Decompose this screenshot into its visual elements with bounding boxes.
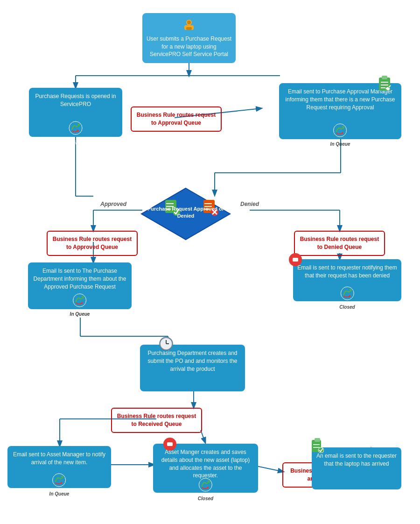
start-box: User submits a Purchase Request for a ne… <box>142 13 236 63</box>
svg-point-56 <box>341 287 354 300</box>
purchasing-dept-box: Purchasing Department creates and submit… <box>140 345 245 391</box>
closed-badge-2: Closed <box>198 496 213 502</box>
dispatch-badge: In Dispatch <box>63 139 88 145</box>
svg-point-61 <box>53 474 66 487</box>
rule-received-queue-text: Business Rule routes request to Received… <box>117 413 196 427</box>
svg-rect-66 <box>315 438 320 442</box>
svg-line-23 <box>201 430 205 443</box>
svg-rect-55 <box>293 258 298 262</box>
rule-received-queue-box: Business Rule routes request to Received… <box>111 408 202 433</box>
email-requester-arrived-box: An email is sent to the requester that t… <box>312 447 401 489</box>
email-purchase-dept-text: Email Is sent to The Purchase Department… <box>34 268 126 290</box>
rule-denied-queue-box: Business Rule routes request to Denied Q… <box>294 231 385 256</box>
denied-stop-icon <box>288 252 303 269</box>
purchase-open-text: Purchase Requests is opened in ServicePR… <box>35 93 116 107</box>
clock-icon <box>159 336 174 353</box>
rule-approved-queue-text: Business Rule routes request to Approved… <box>53 236 132 250</box>
email-denied-box: Email is sent to requester notifying the… <box>293 259 401 301</box>
svg-line-24 <box>257 466 283 472</box>
email-denied-text: Email is sent to requester notifying the… <box>297 264 397 279</box>
decision-diamond: Purchase Request Approved or Denied <box>139 186 232 242</box>
workflow-diagram: User submits a Purchase Request for a ne… <box>0 0 420 524</box>
asset-stop-icon <box>162 437 177 453</box>
svg-rect-63 <box>167 442 173 446</box>
svg-rect-31 <box>186 27 192 30</box>
svg-point-39 <box>334 124 347 137</box>
email-approval-box: Email sent to Purchase Approval Manager … <box>279 83 401 139</box>
svg-point-32 <box>69 121 82 135</box>
approved-label: Approved <box>100 201 126 207</box>
purchase-open-box: Purchase Requests is opened in ServicePR… <box>29 88 122 137</box>
svg-point-53 <box>73 294 86 307</box>
email-asset-mgr-box: Email sent to Asset Manager to notify ar… <box>7 446 111 488</box>
email-requester-arrived-text: An email is sent to the requester that t… <box>316 453 397 467</box>
in-queue-badge-2: In Queue <box>70 311 90 318</box>
email-asset-mgr-text: Email sent to Asset Manager to notify ar… <box>13 451 105 466</box>
start-box-text: User submits a Purchase Request for a ne… <box>147 35 231 58</box>
in-queue-badge-1: In Queue <box>330 141 350 148</box>
clipboard-icon-2 <box>311 438 324 455</box>
denied-label: Denied <box>240 201 259 207</box>
rule-approved-queue-box: Business Rule routes request to Approved… <box>47 231 138 256</box>
rule-denied-queue-text: Business Rule routes request to Denied Q… <box>300 236 379 250</box>
closed-badge-1: Closed <box>339 304 355 311</box>
rule-approval-queue-text: Business Rule routes request to Approval… <box>137 112 216 126</box>
rule-approval-queue-box: Business Rule routes request to Approval… <box>131 106 222 132</box>
svg-point-64 <box>199 478 212 491</box>
purchasing-dept-text: Purchasing Department creates and submit… <box>147 350 237 372</box>
email-purchase-dept-box: Email Is sent to The Purchase Department… <box>28 262 132 309</box>
diamond-text: Purchase Request Approved or Denied <box>139 205 232 220</box>
svg-point-30 <box>187 21 191 24</box>
in-queue-badge-3: In Queue <box>49 491 70 497</box>
svg-rect-34 <box>382 76 387 79</box>
